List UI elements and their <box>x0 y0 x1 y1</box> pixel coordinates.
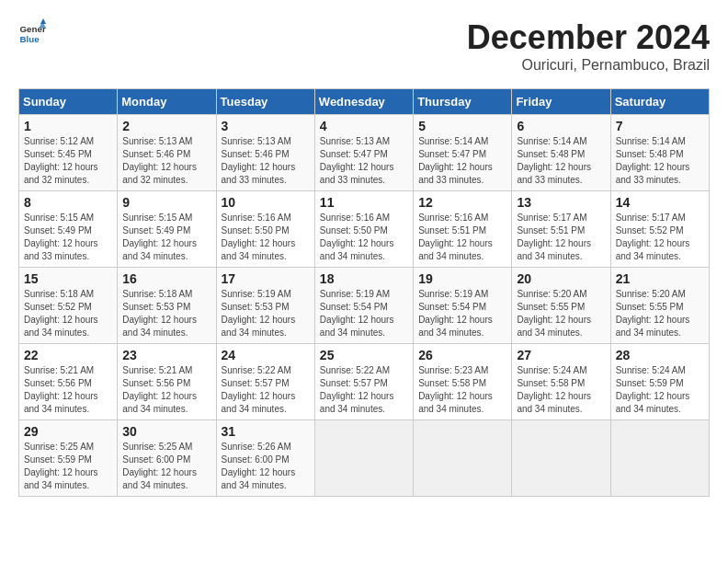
day-info: Sunrise: 5:13 AMSunset: 5:47 PMDaylight:… <box>320 135 408 187</box>
month-title: December 2024 <box>467 18 710 57</box>
table-row: 1Sunrise: 5:12 AMSunset: 5:45 PMDaylight… <box>19 115 118 191</box>
table-row: 26Sunrise: 5:23 AMSunset: 5:58 PMDayligh… <box>414 344 512 420</box>
table-row <box>414 420 512 497</box>
calendar-week-row: 22Sunrise: 5:21 AMSunset: 5:56 PMDayligh… <box>19 344 710 420</box>
day-number: 1 <box>24 119 112 133</box>
calendar-week-row: 8Sunrise: 5:15 AMSunset: 5:49 PMDaylight… <box>19 191 710 268</box>
calendar-week-row: 15Sunrise: 5:18 AMSunset: 5:52 PMDayligh… <box>19 268 710 344</box>
day-info: Sunrise: 5:15 AMSunset: 5:49 PMDaylight:… <box>122 212 210 263</box>
header-wednesday: Wednesday <box>314 89 413 115</box>
day-info: Sunrise: 5:16 AMSunset: 5:50 PMDaylight:… <box>320 212 408 263</box>
day-info: Sunrise: 5:22 AMSunset: 5:57 PMDaylight:… <box>222 364 310 416</box>
table-row: 4Sunrise: 5:13 AMSunset: 5:47 PMDaylight… <box>314 115 413 191</box>
table-row: 24Sunrise: 5:22 AMSunset: 5:57 PMDayligh… <box>216 344 314 420</box>
header-tuesday: Tuesday <box>216 89 314 115</box>
day-number: 22 <box>24 348 112 362</box>
table-row: 2Sunrise: 5:13 AMSunset: 5:46 PMDaylight… <box>118 115 216 191</box>
table-row: 20Sunrise: 5:20 AMSunset: 5:55 PMDayligh… <box>512 268 610 344</box>
day-info: Sunrise: 5:21 AMSunset: 5:56 PMDaylight:… <box>24 364 112 416</box>
day-info: Sunrise: 5:24 AMSunset: 5:58 PMDaylight:… <box>517 364 605 416</box>
svg-text:Blue: Blue <box>20 34 40 44</box>
table-row <box>610 420 709 497</box>
header-saturday: Saturday <box>610 89 709 115</box>
day-number: 14 <box>616 195 704 210</box>
day-info: Sunrise: 5:15 AMSunset: 5:49 PMDaylight:… <box>24 212 112 263</box>
day-info: Sunrise: 5:25 AMSunset: 5:59 PMDaylight:… <box>24 441 112 492</box>
table-row: 27Sunrise: 5:24 AMSunset: 5:58 PMDayligh… <box>512 344 610 420</box>
table-row: 15Sunrise: 5:18 AMSunset: 5:52 PMDayligh… <box>19 268 118 344</box>
table-row: 13Sunrise: 5:17 AMSunset: 5:51 PMDayligh… <box>512 191 610 268</box>
table-row <box>314 420 413 497</box>
day-info: Sunrise: 5:26 AMSunset: 6:00 PMDaylight:… <box>222 441 310 492</box>
table-row <box>512 420 610 497</box>
header-friday: Friday <box>512 89 610 115</box>
day-info: Sunrise: 5:19 AMSunset: 5:54 PMDaylight:… <box>418 288 506 339</box>
day-number: 10 <box>222 195 310 210</box>
day-number: 27 <box>517 348 605 362</box>
day-number: 3 <box>222 119 310 133</box>
day-number: 18 <box>320 271 408 286</box>
table-row: 11Sunrise: 5:16 AMSunset: 5:50 PMDayligh… <box>314 191 413 268</box>
day-number: 6 <box>517 119 605 133</box>
table-row: 7Sunrise: 5:14 AMSunset: 5:48 PMDaylight… <box>610 115 709 191</box>
day-info: Sunrise: 5:24 AMSunset: 5:59 PMDaylight:… <box>616 364 704 416</box>
day-info: Sunrise: 5:13 AMSunset: 5:46 PMDaylight:… <box>122 135 210 187</box>
table-row: 19Sunrise: 5:19 AMSunset: 5:54 PMDayligh… <box>414 268 512 344</box>
day-number: 28 <box>616 348 704 362</box>
table-row: 25Sunrise: 5:22 AMSunset: 5:57 PMDayligh… <box>314 344 413 420</box>
day-info: Sunrise: 5:17 AMSunset: 5:51 PMDaylight:… <box>517 212 605 263</box>
day-number: 9 <box>122 195 210 210</box>
day-info: Sunrise: 5:22 AMSunset: 5:57 PMDaylight:… <box>320 364 408 416</box>
day-info: Sunrise: 5:14 AMSunset: 5:48 PMDaylight:… <box>616 135 704 187</box>
day-number: 15 <box>24 271 112 286</box>
header-sunday: Sunday <box>19 89 118 115</box>
location-title: Ouricuri, Pernambuco, Brazil <box>467 57 710 74</box>
table-row: 9Sunrise: 5:15 AMSunset: 5:49 PMDaylight… <box>118 191 216 268</box>
table-row: 21Sunrise: 5:20 AMSunset: 5:55 PMDayligh… <box>610 268 709 344</box>
day-number: 2 <box>122 119 210 133</box>
day-info: Sunrise: 5:14 AMSunset: 5:47 PMDaylight:… <box>418 135 506 187</box>
day-info: Sunrise: 5:20 AMSunset: 5:55 PMDaylight:… <box>616 288 704 339</box>
day-number: 25 <box>320 348 408 362</box>
day-info: Sunrise: 5:16 AMSunset: 5:50 PMDaylight:… <box>222 212 310 263</box>
day-number: 5 <box>418 119 506 133</box>
table-row: 18Sunrise: 5:19 AMSunset: 5:54 PMDayligh… <box>314 268 413 344</box>
day-number: 7 <box>616 119 704 133</box>
table-row: 23Sunrise: 5:21 AMSunset: 5:56 PMDayligh… <box>118 344 216 420</box>
day-number: 11 <box>320 195 408 210</box>
day-number: 26 <box>418 348 506 362</box>
table-row: 6Sunrise: 5:14 AMSunset: 5:48 PMDaylight… <box>512 115 610 191</box>
day-number: 29 <box>24 424 112 439</box>
calendar-week-row: 29Sunrise: 5:25 AMSunset: 5:59 PMDayligh… <box>19 420 710 497</box>
day-info: Sunrise: 5:13 AMSunset: 5:46 PMDaylight:… <box>222 135 310 187</box>
day-info: Sunrise: 5:20 AMSunset: 5:55 PMDaylight:… <box>517 288 605 339</box>
day-info: Sunrise: 5:23 AMSunset: 5:58 PMDaylight:… <box>418 364 506 416</box>
table-row: 17Sunrise: 5:19 AMSunset: 5:53 PMDayligh… <box>216 268 314 344</box>
day-number: 30 <box>122 424 210 439</box>
table-row: 31Sunrise: 5:26 AMSunset: 6:00 PMDayligh… <box>216 420 314 497</box>
day-number: 20 <box>517 271 605 286</box>
calendar-table: Sunday Monday Tuesday Wednesday Thursday… <box>18 88 710 497</box>
day-info: Sunrise: 5:16 AMSunset: 5:51 PMDaylight:… <box>418 212 506 263</box>
page-header: General Blue December 2024 Ouricuri, Per… <box>18 18 710 74</box>
day-info: Sunrise: 5:19 AMSunset: 5:53 PMDaylight:… <box>222 288 310 339</box>
table-row: 14Sunrise: 5:17 AMSunset: 5:52 PMDayligh… <box>610 191 709 268</box>
header-monday: Monday <box>118 89 216 115</box>
day-info: Sunrise: 5:25 AMSunset: 6:00 PMDaylight:… <box>122 441 210 492</box>
day-number: 13 <box>517 195 605 210</box>
table-row: 22Sunrise: 5:21 AMSunset: 5:56 PMDayligh… <box>19 344 118 420</box>
day-info: Sunrise: 5:17 AMSunset: 5:52 PMDaylight:… <box>616 212 704 263</box>
day-number: 8 <box>24 195 112 210</box>
day-info: Sunrise: 5:18 AMSunset: 5:53 PMDaylight:… <box>122 288 210 339</box>
day-number: 31 <box>222 424 310 439</box>
day-number: 12 <box>418 195 506 210</box>
day-number: 17 <box>222 271 310 286</box>
table-row: 30Sunrise: 5:25 AMSunset: 6:00 PMDayligh… <box>118 420 216 497</box>
day-info: Sunrise: 5:21 AMSunset: 5:56 PMDaylight:… <box>122 364 210 416</box>
logo: General Blue <box>18 18 46 46</box>
day-number: 16 <box>122 271 210 286</box>
day-number: 21 <box>616 271 704 286</box>
logo-icon: General Blue <box>18 18 46 46</box>
table-row: 29Sunrise: 5:25 AMSunset: 5:59 PMDayligh… <box>19 420 118 497</box>
day-number: 19 <box>418 271 506 286</box>
